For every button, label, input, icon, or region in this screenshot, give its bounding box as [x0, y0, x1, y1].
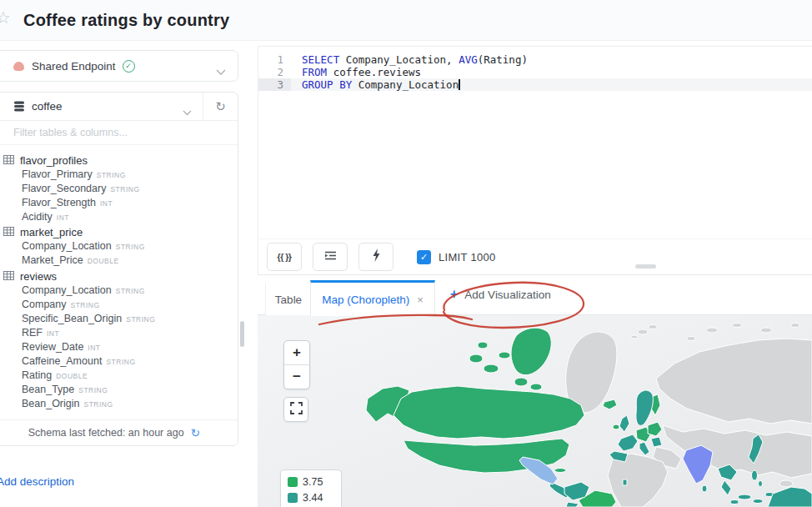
variables-button[interactable]: {{ }}	[267, 243, 302, 271]
map-legend: 3.75 3.44 3.12	[280, 469, 342, 507]
table-icon	[3, 270, 14, 283]
column-item[interactable]: Flavor_StrengthINT	[3, 197, 238, 211]
refresh-schema-button[interactable]: ↻	[203, 93, 238, 120]
table-item[interactable]: reviews	[3, 269, 238, 284]
connected-check-icon: ✓	[123, 60, 135, 73]
column-type: STRING	[106, 358, 135, 366]
format-query-button[interactable]	[313, 243, 348, 271]
table-icon	[3, 226, 14, 238]
code-line: 2 FROM coffee.reviews	[258, 66, 812, 78]
line-number: 3	[258, 78, 291, 91]
add-visualization-button[interactable]: + Add Visualization	[450, 288, 551, 301]
endpoint-icon	[13, 62, 24, 71]
tab-map-choropleth[interactable]: Map (Choropleth) ×	[310, 280, 435, 316]
column-item[interactable]: Bean_OriginSTRING	[3, 398, 238, 412]
run-shortcut-button[interactable]	[358, 243, 393, 271]
column-item[interactable]: Bean_TypeSTRING	[3, 384, 238, 398]
table-item[interactable]: flavor_profiles	[3, 153, 238, 168]
column-type: INT	[47, 329, 59, 338]
column-type: STRING	[84, 400, 113, 409]
braces-icon: {{ }}	[278, 252, 292, 262]
column-type: DOUBLE	[88, 257, 119, 265]
limit-label: LIMIT 1000	[439, 251, 496, 264]
column-type: STRING	[71, 301, 100, 309]
favorite-star-icon[interactable]: ☆	[0, 9, 11, 26]
column-type: STRING	[97, 171, 126, 179]
table-name: flavor_profiles	[20, 154, 88, 167]
schema-status: Schema last fetched: an hour ago ↻	[0, 419, 238, 445]
code-lines: 1 SELECT Company_Location, AVG(Rating) 2…	[258, 53, 812, 91]
column-item[interactable]: CompanySTRING	[3, 299, 238, 313]
connection-selector[interactable]: Shared Endpoint ✓	[0, 50, 238, 82]
page-title: Coffee ratings by country	[23, 11, 229, 30]
limit-control: ✓ LIMIT 1000	[417, 250, 496, 264]
limit-checkbox[interactable]: ✓	[417, 250, 431, 264]
column-item[interactable]: Market_PriceDOUBLE	[3, 254, 238, 269]
lightning-icon	[372, 248, 381, 265]
column-type: INT	[57, 213, 69, 222]
table-icon	[3, 154, 14, 167]
add-description-link[interactable]: Add description	[0, 475, 74, 488]
filter-input[interactable]	[0, 126, 215, 139]
zoom-out-button[interactable]: −	[284, 365, 309, 389]
fullscreen-icon	[290, 402, 303, 418]
column-type: STRING	[78, 386, 108, 394]
column-item[interactable]: Flavor_SecondarySTRING	[3, 183, 238, 197]
column-item[interactable]: Caffeine_AmountSTRING	[3, 355, 238, 369]
column-item[interactable]: Flavor_PrimarySTRING	[3, 168, 238, 183]
text-cursor	[459, 79, 460, 90]
tab-table[interactable]: Table	[265, 284, 312, 315]
indent-icon	[324, 249, 337, 264]
editor-toolbar: {{ }} ✓ LIMIT 1000	[258, 238, 812, 275]
column-item[interactable]: AcidityINT	[3, 211, 238, 225]
panel-resize-handle[interactable]	[635, 264, 656, 269]
legend-item: 3.75	[288, 476, 334, 488]
column-type: DOUBLE	[56, 372, 88, 380]
database-selector[interactable]: coffee ↻	[0, 93, 238, 121]
plus-icon: +	[450, 288, 458, 301]
column-type: STRING	[126, 315, 155, 324]
filter-row	[0, 121, 238, 145]
column-item[interactable]: Review_DateINT	[3, 341, 238, 355]
table-item[interactable]: market_price	[3, 225, 238, 241]
page-header: ☆ Coffee ratings by country	[0, 0, 812, 41]
table-name: market_price	[20, 226, 83, 238]
column-item[interactable]: Company_LocationSTRING	[3, 284, 238, 299]
choropleth-map[interactable]: + − 3.75 3.44 3.12	[258, 315, 812, 507]
code-line: 1 SELECT Company_Location, AVG(Rating)	[258, 53, 812, 66]
schema-tree: flavor_profiles Flavor_PrimarySTRING Fla…	[0, 145, 238, 412]
connection-label: Shared Endpoint	[32, 60, 116, 73]
legend-item: 3.44	[288, 492, 334, 504]
table-name: reviews	[20, 270, 57, 283]
column-type: INT	[88, 344, 100, 352]
column-type: STRING	[116, 287, 145, 295]
column-item[interactable]: REFINT	[3, 327, 238, 341]
refresh-icon[interactable]: ↻	[191, 427, 201, 439]
results-tabbar: Table Map (Choropleth) × + Add Visualiza…	[258, 275, 812, 315]
database-name: coffee	[32, 100, 63, 113]
chevron-down-icon	[183, 104, 192, 119]
line-number: 2	[258, 66, 291, 78]
column-type: INT	[100, 199, 113, 208]
zoom-in-button[interactable]: +	[284, 341, 309, 365]
close-icon[interactable]: ×	[417, 294, 424, 306]
fullscreen-button[interactable]	[283, 397, 308, 422]
column-type: STRING	[116, 243, 145, 251]
column-item[interactable]: Company_LocationSTRING	[3, 240, 238, 254]
chevron-down-icon	[216, 64, 226, 79]
app-window: ☆ Coffee ratings by country Shared Endpo…	[0, 0, 812, 507]
schema-browser: coffee ↻ flavor_profiles Flavor_PrimaryS…	[0, 92, 238, 446]
database-icon	[13, 101, 25, 112]
map-zoom-control: + −	[283, 340, 310, 389]
column-type: STRING	[110, 185, 139, 193]
column-item[interactable]: Specific_Bean_OriginSTRING	[3, 313, 238, 327]
legend-swatch	[288, 477, 298, 487]
column-item[interactable]: RatingDOUBLE	[3, 369, 238, 384]
code-line-active: 3 GROUP BY Company_Location	[258, 78, 812, 91]
sidebar-scrollbar[interactable]	[240, 321, 244, 347]
line-number: 1	[258, 53, 291, 66]
legend-swatch	[288, 493, 298, 503]
sql-editor[interactable]: 1 SELECT Company_Location, AVG(Rating) 2…	[258, 46, 812, 239]
